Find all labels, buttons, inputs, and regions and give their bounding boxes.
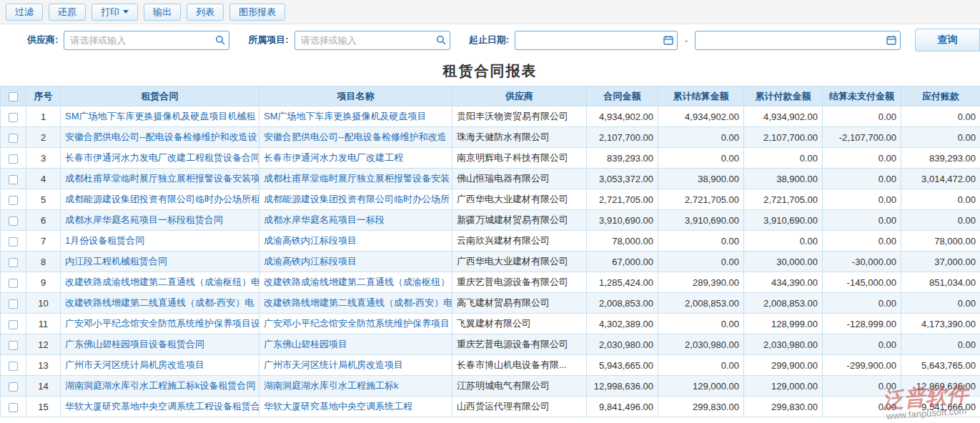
row-checkbox[interactable] <box>9 237 18 247</box>
search-icon[interactable] <box>436 35 446 45</box>
row-checkbox[interactable] <box>9 196 18 205</box>
amount-cell: 299,830.00 <box>744 397 823 417</box>
table-body: 1SM广场地下车库更换摄像机及硬盘项目机械租SM广场地下车库更换摄像机及硬盘项目… <box>1 106 980 417</box>
amount-cell: 9,541,666.00 <box>901 397 980 417</box>
project-cell: 长春市伊通河水力发电厂改建工程 <box>259 148 452 169</box>
row-checkbox[interactable] <box>9 217 18 226</box>
supplier-cell: 南京明辉电子科技有限公司 <box>452 148 587 169</box>
contract-link[interactable]: 广安邓小平纪念馆安全防范系统维护保养项目设 <box>65 318 259 329</box>
amount-cell: 67,000.00 <box>587 252 658 272</box>
row-checkbox[interactable] <box>9 362 18 371</box>
amount-cell: 2,030,980.00 <box>587 334 658 355</box>
supplier-input[interactable] <box>64 31 229 50</box>
row-checkbox[interactable] <box>9 341 18 350</box>
column-header-6[interactable]: 累计结算金额 <box>658 86 744 106</box>
project-link[interactable]: 成渝高铁内江标段项目 <box>264 256 357 267</box>
contract-link[interactable]: 安徽合肥供电公司--配电设备检修维护和改造设 <box>65 131 257 142</box>
project-link[interactable]: 改建铁路成渝线增建第二直通线（成渝枢纽） <box>264 277 450 287</box>
row-checkbox[interactable] <box>9 403 18 412</box>
project-link[interactable]: 成都杜甫草堂临时展厅独立展柜报警设备安装 <box>264 173 450 184</box>
column-header-8[interactable]: 结算未支付金额 <box>823 86 901 106</box>
project-link[interactable]: 广安邓小平纪念馆安全防范系统维护保养项目 <box>264 318 450 329</box>
contract-link[interactable]: 湖南洞庭湖水库引水工程施工标k设备租赁合同 <box>65 380 256 391</box>
contract-link[interactable]: 华软大厦研究基地中央空调系统工程设备租赁合 <box>65 401 259 412</box>
supplier-cell: 贵阳丰沃物资贸易有限公司 <box>452 106 587 127</box>
project-link[interactable]: 广州市天河区统计局机房改造项目 <box>264 359 403 370</box>
print-button[interactable]: 打印 <box>91 4 138 21</box>
supplier-cell: 云南欣兴建材有限公司 <box>452 231 587 252</box>
row-number: 3 <box>26 148 61 169</box>
row-checkbox[interactable] <box>9 113 18 122</box>
column-header-2[interactable]: 租赁合同 <box>61 86 259 106</box>
search-icon[interactable] <box>215 35 225 45</box>
amount-cell: 4,173,390.00 <box>901 314 980 334</box>
export-button[interactable]: 输出 <box>144 4 181 21</box>
contract-link[interactable]: 1月份设备租赁合同 <box>65 235 144 246</box>
contract-link[interactable]: 成都杜甫草堂临时展厅独立展柜报警设备安装项 <box>65 173 259 184</box>
contract-link[interactable]: 长春市伊通河水力发电厂改建工程租赁设备合同 <box>65 152 259 163</box>
project-link[interactable]: 湖南洞庭湖水库引水工程施工标k <box>264 380 399 391</box>
column-header-9[interactable]: 应付账款 <box>901 86 980 106</box>
restore-button[interactable]: 还原 <box>49 4 86 21</box>
row-checkbox[interactable] <box>9 258 18 267</box>
table-row: 12广东佛山碧桂园项目设备租赁合同广东佛山碧桂园项目重庆艺普电源设备有限公司2,… <box>1 334 980 355</box>
row-checkbox[interactable] <box>9 279 18 288</box>
amount-cell: 0.00 <box>901 189 980 210</box>
row-number: 5 <box>26 189 61 210</box>
project-link[interactable]: 华软大厦研究基地中央空调系统工程 <box>264 401 412 412</box>
table-row: 1SM广场地下车库更换摄像机及硬盘项目机械租SM广场地下车库更换摄像机及硬盘项目… <box>1 106 980 127</box>
column-header-5[interactable]: 合同金额 <box>587 86 658 106</box>
calendar-icon[interactable] <box>886 35 896 45</box>
row-checkbox[interactable] <box>9 154 18 164</box>
project-cell: 广安邓小平纪念馆安全防范系统维护保养项目 <box>259 314 452 334</box>
query-button[interactable]: 查询 <box>915 29 980 51</box>
project-link[interactable]: 成都能源建设集团投资有限公司临时办公场所 <box>264 194 450 204</box>
project-link[interactable]: 长春市伊通河水力发电厂改建工程 <box>264 152 403 163</box>
project-link[interactable]: 改建铁路线增建第二线直通线（成都-西安）电 <box>264 297 452 308</box>
chart-report-button[interactable]: 图形报表 <box>229 4 285 21</box>
row-checkbox-cell <box>1 252 26 272</box>
row-number: 9 <box>26 272 61 293</box>
contract-link[interactable]: 成都水岸华庭名苑项目一标段租赁合同 <box>65 214 223 225</box>
contract-link[interactable]: 成都能源建设集团投资有限公司临时办公场所租 <box>65 194 259 204</box>
amount-cell: 2,107,700.00 <box>744 127 823 148</box>
column-header-3[interactable]: 项目名称 <box>259 86 452 106</box>
project-link[interactable]: 安徽合肥供电公司--配电设备检修维护和改造 <box>264 131 447 142</box>
date-start-input[interactable] <box>515 31 678 50</box>
calendar-icon[interactable] <box>663 35 673 45</box>
contract-link[interactable]: 内江段工程机械租赁合同 <box>65 256 167 267</box>
table-header-row: 序号租赁合同项目名称供应商合同金额累计结算金额累计付款金额结算未支付金额应付账款 <box>1 86 980 106</box>
column-header-4[interactable]: 供应商 <box>452 86 587 106</box>
contract-link[interactable]: 广东佛山碧桂园项目设备租赁合同 <box>65 339 204 349</box>
amount-cell: 299,900.00 <box>744 355 823 376</box>
project-link[interactable]: 成都水岸华庭名苑项目一标段 <box>264 214 385 225</box>
supplier-cell: 高飞建材贸易有限公司 <box>452 293 587 314</box>
row-checkbox-cell <box>1 376 26 397</box>
amount-cell: 3,014,472.00 <box>901 169 980 189</box>
select-all-checkbox[interactable] <box>9 92 18 101</box>
contract-link[interactable]: 广州市天河区统计局机房改造项目 <box>65 359 204 370</box>
row-number: 12 <box>26 334 61 355</box>
contract-link[interactable]: SM广场地下车库更换摄像机及硬盘项目机械租 <box>65 111 256 121</box>
supplier-cell: 珠海天健防水有限公司 <box>452 127 587 148</box>
filter-button[interactable]: 过滤 <box>6 4 43 21</box>
row-checkbox[interactable] <box>9 299 18 309</box>
project-link[interactable]: SM广场地下车库更换摄像机及硬盘项目 <box>264 111 427 121</box>
table-row: 3长春市伊通河水力发电厂改建工程租赁设备合同长春市伊通河水力发电厂改建工程南京明… <box>1 148 980 169</box>
project-link[interactable]: 广东佛山碧桂园项目 <box>264 339 347 349</box>
table-row: 6成都水岸华庭名苑项目一标段租赁合同成都水岸华庭名苑项目一标段新疆万城建材贸易有… <box>1 210 980 231</box>
row-checkbox[interactable] <box>9 134 18 143</box>
row-checkbox[interactable] <box>9 382 18 392</box>
contract-link[interactable]: 改建铁路成渝线增建第二直通线（成渝枢纽）电 <box>65 277 259 287</box>
row-checkbox[interactable] <box>9 320 18 329</box>
date-end-input[interactable] <box>695 31 901 50</box>
project-input[interactable] <box>295 31 450 50</box>
amount-cell: 299,830.00 <box>658 397 744 417</box>
contract-link[interactable]: 改建铁路线增建第二线直通线（成都-西安）电 <box>65 297 254 308</box>
column-header-7[interactable]: 累计付款金额 <box>744 86 823 106</box>
column-header-1[interactable]: 序号 <box>26 86 61 106</box>
project-link[interactable]: 成渝高铁内江标段项目 <box>264 235 357 246</box>
row-checkbox[interactable] <box>9 175 18 184</box>
list-button[interactable]: 列表 <box>187 4 224 21</box>
amount-cell: 2,008,853.00 <box>587 293 658 314</box>
